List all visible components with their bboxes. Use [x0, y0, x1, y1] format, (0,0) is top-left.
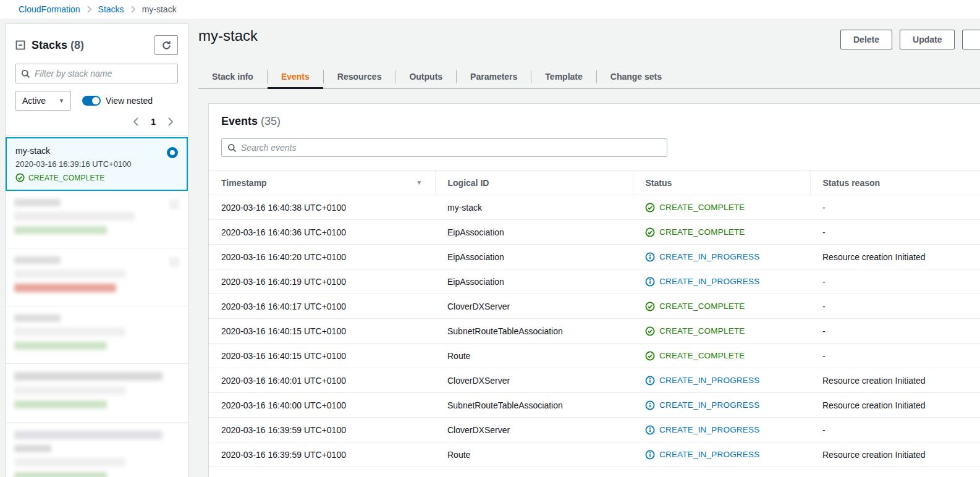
redacted-text-line	[14, 342, 107, 350]
stack-actions-button-cutoff[interactable]	[962, 30, 980, 49]
stacks-sidebar: Stacks (8) Active ▼ View nested	[5, 23, 188, 477]
col-header-timestamp[interactable]: Timestamp ▼	[209, 171, 435, 195]
stack-radio-selected[interactable]	[167, 147, 178, 158]
cell-timestamp: 2020-03-16 16:39:59 UTC+0100	[209, 442, 435, 467]
event-table-row: 2020-03-16 16:40:17 UTC+0100 CloverDXSer…	[209, 294, 980, 319]
event-table-row: 2020-03-16 16:40:15 UTC+0100 SubnetRoute…	[209, 319, 980, 344]
update-button[interactable]: Update	[900, 30, 955, 49]
redacted-text-line	[14, 372, 163, 381]
delete-button[interactable]: Delete	[840, 30, 892, 49]
view-nested-toggle[interactable]	[82, 96, 101, 106]
col-header-logical-id[interactable]: Logical ID	[435, 171, 633, 195]
event-table-row: 2020-03-16 16:40:20 UTC+0100 EipAssociat…	[209, 245, 980, 269]
status-cell-inner: CREATE_COMPLETE	[645, 227, 798, 237]
next-page-icon[interactable]	[167, 117, 174, 126]
events-search-input[interactable]	[241, 143, 661, 153]
stack-name: my-stack	[15, 146, 178, 156]
info-circle-icon	[645, 425, 655, 435]
cell-status-reason: Resource creation Initiated	[810, 368, 980, 393]
cloudformation-console: { "breadcrumb": { "items": [ {"label": "…	[0, 0, 980, 477]
status-text: CREATE_IN_PROGRESS	[659, 425, 759, 434]
tab-parameters[interactable]: Parameters	[457, 65, 531, 88]
status-text: CREATE_IN_PROGRESS	[659, 450, 759, 459]
sort-descending-icon[interactable]: ▼	[416, 179, 423, 186]
event-table-row: 2020-03-16 16:40:19 UTC+0100 EipAssociat…	[209, 269, 980, 294]
redacted-text-line	[14, 226, 107, 234]
status-text: CREATE_IN_PROGRESS	[659, 376, 759, 385]
status-text: CREATE_IN_PROGRESS	[659, 400, 759, 410]
stack-list-item-redacted[interactable]	[6, 423, 188, 477]
refresh-button[interactable]	[154, 35, 178, 55]
cell-timestamp: 2020-03-16 16:40:36 UTC+0100	[209, 220, 435, 245]
tab-outputs[interactable]: Outputs	[395, 65, 456, 88]
check-circle-icon	[645, 203, 655, 213]
event-table-row: 2020-03-16 16:39:59 UTC+0100 Route CREAT…	[209, 442, 980, 467]
redacted-text-line	[14, 445, 51, 452]
cell-logical-id: my-stack	[435, 195, 633, 220]
status-cell-inner: CREATE_IN_PROGRESS	[645, 252, 798, 262]
status-cell-inner: CREATE_IN_PROGRESS	[645, 425, 798, 435]
prev-page-icon[interactable]	[132, 117, 140, 126]
redacted-text-line	[14, 314, 61, 322]
stack-list-item-my-stack[interactable]: my-stack 2020-03-16 16:39:16 UTC+0100 CR…	[6, 137, 188, 191]
status-text: CREATE_COMPLETE	[659, 326, 745, 336]
tab-change-sets[interactable]: Change sets	[597, 65, 675, 88]
tab-stack-info[interactable]: Stack info	[198, 65, 267, 88]
cell-logical-id: CloverDXServer	[435, 368, 633, 393]
col-header-status-reason[interactable]: Status reason	[810, 171, 980, 195]
status-cell-inner: CREATE_COMPLETE	[645, 326, 798, 336]
cell-timestamp: 2020-03-16 16:40:20 UTC+0100	[209, 245, 435, 269]
info-circle-icon	[645, 376, 655, 386]
tab-template[interactable]: Template	[531, 65, 596, 88]
col-header-status[interactable]: Status	[633, 171, 810, 195]
info-circle-icon	[645, 400, 655, 410]
check-circle-icon	[15, 173, 25, 182]
events-search-box	[221, 138, 667, 157]
stack-status-text: CREATE_COMPLETE	[28, 174, 104, 182]
collapse-panel-icon[interactable]	[15, 40, 25, 50]
info-circle-icon	[645, 450, 655, 460]
search-icon	[227, 143, 237, 153]
current-page[interactable]: 1	[151, 117, 156, 127]
cell-timestamp: 2020-03-16 16:40:15 UTC+0100	[209, 319, 435, 344]
cell-logical-id: EipAssociation	[435, 220, 633, 245]
status-cell-inner: CREATE_COMPLETE	[645, 302, 798, 311]
events-table-body: 2020-03-16 16:40:38 UTC+0100 my-stack CR…	[209, 195, 980, 467]
header-actions: Delete Update	[840, 30, 980, 49]
breadcrumb-item[interactable]: CloudFormation	[19, 4, 80, 14]
stack-filter-input[interactable]	[35, 69, 172, 78]
status-cell-inner: CREATE_COMPLETE	[645, 351, 798, 361]
breadcrumb-chevron-icon	[130, 6, 136, 13]
cell-logical-id: SubnetRouteTableAssociation	[435, 393, 633, 418]
refresh-icon	[161, 40, 172, 51]
stack-detail-tabs: Stack infoEventsResourcesOutputsParamete…	[198, 65, 980, 89]
stack-list-item-redacted[interactable]	[6, 248, 188, 306]
cell-status-reason: -	[810, 195, 980, 220]
cell-timestamp: 2020-03-16 16:40:15 UTC+0100	[209, 344, 435, 368]
status-text: CREATE_IN_PROGRESS	[659, 277, 759, 286]
stack-list-item-redacted[interactable]	[6, 306, 188, 364]
redacted-radio	[169, 200, 179, 209]
events-panel: Events (35) Timestamp ▼ Logical ID Statu…	[208, 103, 980, 477]
tab-resources[interactable]: Resources	[324, 65, 395, 88]
cell-status-reason: Resource creation Initiated	[810, 393, 980, 418]
cell-status-reason: -	[810, 220, 980, 245]
cell-timestamp: 2020-03-16 16:40:01 UTC+0100	[209, 368, 435, 393]
events-table: Timestamp ▼ Logical ID Status Status rea…	[209, 170, 980, 467]
info-circle-icon	[645, 277, 655, 287]
breadcrumb-item[interactable]: Stacks	[98, 4, 124, 14]
view-nested-label: View nested	[106, 96, 153, 106]
stack-status-select[interactable]: Active ▼	[15, 91, 71, 111]
stack-list-item-redacted[interactable]	[6, 191, 188, 248]
tab-events[interactable]: Events	[268, 65, 323, 88]
status-cell-inner: CREATE_IN_PROGRESS	[645, 376, 798, 386]
info-circle-icon	[645, 252, 655, 262]
stack-timestamp: 2020-03-16 16:39:16 UTC+0100	[15, 159, 178, 169]
status-cell-inner: CREATE_IN_PROGRESS	[645, 400, 798, 410]
stack-list-item-redacted[interactable]	[6, 364, 188, 423]
cell-logical-id: CloverDXServer	[435, 418, 633, 442]
page-title: my-stack	[198, 27, 258, 44]
redacted-text-line	[14, 472, 107, 477]
cell-timestamp: 2020-03-16 16:40:00 UTC+0100	[209, 393, 435, 418]
chevron-down-icon: ▼	[59, 98, 64, 104]
